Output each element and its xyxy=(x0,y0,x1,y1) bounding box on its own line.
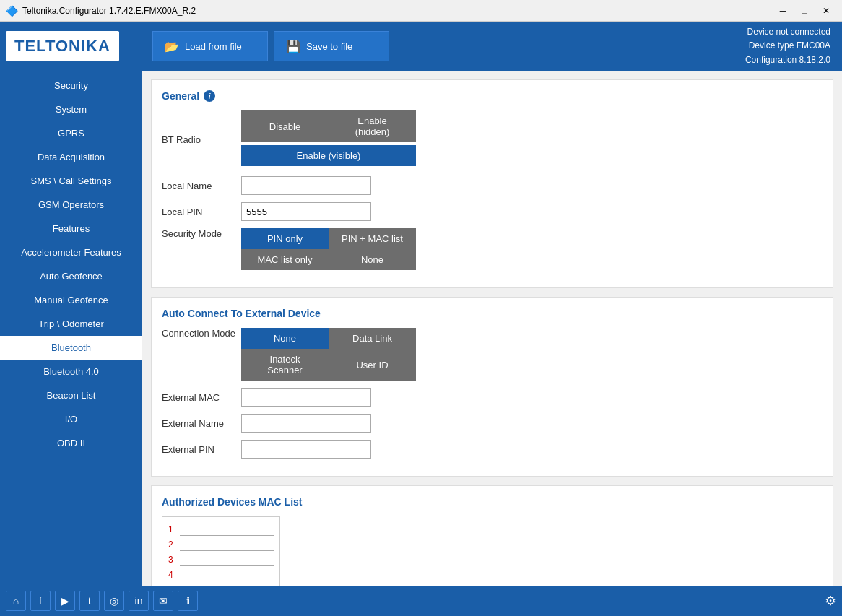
instagram-icon[interactable]: ◎ xyxy=(104,591,124,611)
device-type: Device type FMC00A xyxy=(745,39,830,53)
sidebar-item-bluetooth[interactable]: Bluetooth xyxy=(0,336,142,360)
bottom-icons: ⌂f▶t◎in✉ℹ xyxy=(6,591,198,611)
device-status: Device not connected xyxy=(745,25,830,39)
mac-list-num-3: 3 xyxy=(168,555,180,565)
save-label: Save to file xyxy=(306,41,352,52)
sidebar-item-system[interactable]: System xyxy=(0,97,142,121)
local-name-label: Local Name xyxy=(162,181,241,191)
mac-list-input-2[interactable] xyxy=(180,538,274,551)
mac-list-input-4[interactable] xyxy=(180,568,274,581)
settings-gear-icon[interactable]: ⚙ xyxy=(825,593,836,609)
inateck-scanner-button[interactable]: Inateck Scanner xyxy=(241,349,329,381)
home-icon[interactable]: ⌂ xyxy=(6,591,26,611)
auto-connect-title: Auto Connect To External Device xyxy=(162,308,823,319)
sidebar-item-features[interactable]: Features xyxy=(0,217,142,240)
load-from-file-button[interactable]: 📂 Load from file xyxy=(152,31,268,61)
disable-button[interactable]: Disable xyxy=(241,110,329,142)
device-info: Device not connected Device type FMC00A … xyxy=(745,25,836,67)
sidebar-item-trip---odometer[interactable]: Trip \ Odometer xyxy=(0,312,142,336)
logo-text: TELTONIKA xyxy=(14,37,110,55)
external-name-input[interactable] xyxy=(241,414,371,433)
local-pin-input[interactable] xyxy=(241,202,371,221)
mac-list-only-button[interactable]: MAC list only xyxy=(241,249,329,270)
chat-icon[interactable]: ✉ xyxy=(153,591,173,611)
security-mode-group: PIN only PIN + MAC list MAC list only No… xyxy=(241,228,416,270)
security-mode-row: Security Mode PIN only PIN + MAC list MA… xyxy=(162,228,823,270)
sidebar-item-bluetooth-4-0[interactable]: Bluetooth 4.0 xyxy=(0,360,142,383)
sidebar-item-gsm-operators[interactable]: GSM Operators xyxy=(0,193,142,217)
connection-mode-label: Connection Mode xyxy=(162,328,241,339)
mac-list-row-2: 2 xyxy=(168,538,274,551)
bt-radio-group: Disable Enable (hidden) Enable (visible) xyxy=(241,110,416,169)
security-mode-group-wrapper: PIN only PIN + MAC list MAC list only No… xyxy=(241,228,416,270)
local-name-input[interactable] xyxy=(241,176,371,195)
mac-list-container: 12345Import CSVExport CSV xyxy=(162,516,280,586)
sidebar-item-accelerometer-features[interactable]: Accelerometer Features xyxy=(0,240,142,264)
app-icon: 🔷 xyxy=(6,5,18,17)
bt-radio-label: BT Radio xyxy=(162,134,241,145)
general-info-icon[interactable]: i xyxy=(204,90,215,102)
auto-connect-panel: Auto Connect To External Device Connecti… xyxy=(151,297,833,477)
twitter-icon[interactable]: t xyxy=(79,591,100,611)
info-icon[interactable]: ℹ xyxy=(178,591,198,611)
general-panel: General i BT Radio Disable Enable (hidde… xyxy=(151,79,833,288)
sidebar-item-manual-geofence[interactable]: Manual Geofence xyxy=(0,288,142,312)
mac-list-input-1[interactable] xyxy=(180,523,274,536)
mac-list-row-1: 1 xyxy=(168,523,274,536)
maximize-button[interactable]: □ xyxy=(794,3,815,19)
mac-list-title: Authorized Devices MAC List xyxy=(162,496,823,508)
save-icon: 💾 xyxy=(286,40,300,53)
youtube-icon[interactable]: ▶ xyxy=(55,591,75,611)
title-bar-left: 🔷 Teltonika.Configurator 1.7.42.E.FMX00A… xyxy=(6,5,196,17)
pin-mac-list-button[interactable]: PIN + MAC list xyxy=(329,228,416,249)
sidebar-item-data-acquisition[interactable]: Data Acquisition xyxy=(0,145,142,169)
enable-visible-button[interactable]: Enable (visible) xyxy=(241,145,416,166)
facebook-icon[interactable]: f xyxy=(30,591,51,611)
device-config: Configuration 8.18.2.0 xyxy=(745,53,830,67)
sidebar-item-gprs[interactable]: GPRS xyxy=(0,121,142,145)
mac-list-num-4: 4 xyxy=(168,570,180,580)
mac-list-row-3: 3 xyxy=(168,553,274,566)
pin-only-button[interactable]: PIN only xyxy=(241,228,329,249)
external-pin-input[interactable] xyxy=(241,440,371,459)
external-mac-input[interactable] xyxy=(241,388,371,407)
data-link-button[interactable]: Data Link xyxy=(329,328,416,349)
logo-area: TELTONIKA xyxy=(6,31,147,61)
mac-list-row-4: 4 xyxy=(168,568,274,581)
external-pin-row: External PIN xyxy=(162,440,823,459)
general-panel-title: General i xyxy=(162,90,823,102)
local-name-row: Local Name xyxy=(162,176,823,195)
minimize-button[interactable]: ─ xyxy=(773,3,793,19)
bt-radio-top: Disable Enable (hidden) xyxy=(241,110,416,142)
connection-none-button[interactable]: None xyxy=(241,328,329,349)
sidebar-item-beacon-list[interactable]: Beacon List xyxy=(0,383,142,407)
load-label: Load from file xyxy=(185,41,242,52)
app-title: Teltonika.Configurator 1.7.42.E.FMX00A_R… xyxy=(22,6,196,16)
external-mac-row: External MAC xyxy=(162,388,823,407)
none-security-button[interactable]: None xyxy=(329,249,416,270)
sidebar-item-sms---call-settings[interactable]: SMS \ Call Settings xyxy=(0,169,142,193)
sidebar-item-auto-geofence[interactable]: Auto Geofence xyxy=(0,264,142,288)
user-id-button[interactable]: User ID xyxy=(329,349,416,381)
sidebar-item-security[interactable]: Security xyxy=(0,74,142,97)
bottom-bar: ⌂f▶t◎in✉ℹ ⚙ xyxy=(0,586,842,616)
title-bar: 🔷 Teltonika.Configurator 1.7.42.E.FMX00A… xyxy=(0,0,842,22)
external-name-row: External Name xyxy=(162,414,823,433)
enable-hidden-button[interactable]: Enable (hidden) xyxy=(329,110,416,142)
linkedin-icon[interactable]: in xyxy=(129,591,149,611)
mac-list-panel: Authorized Devices MAC List 12345Import … xyxy=(151,485,833,586)
external-pin-label: External PIN xyxy=(162,444,241,455)
local-pin-row: Local PIN xyxy=(162,202,823,221)
content-area: General i BT Radio Disable Enable (hidde… xyxy=(142,71,842,586)
sidebar: SecuritySystemGPRSData AcquisitionSMS \ … xyxy=(0,71,142,586)
connection-mode-row: Connection Mode None Data Link Inateck S… xyxy=(162,328,823,381)
external-name-label: External Name xyxy=(162,418,241,429)
mac-list-input-3[interactable] xyxy=(180,553,274,566)
logo-box: TELTONIKA xyxy=(6,31,119,61)
connection-mode-group: None Data Link Inateck Scanner User ID xyxy=(241,328,416,381)
sidebar-item-obd-ii[interactable]: OBD II xyxy=(0,431,142,455)
mac-list-num-1: 1 xyxy=(168,524,180,534)
close-button[interactable]: ✕ xyxy=(816,3,836,19)
sidebar-item-i-o[interactable]: I/O xyxy=(0,407,142,431)
save-to-file-button[interactable]: 💾 Save to file xyxy=(274,31,389,61)
